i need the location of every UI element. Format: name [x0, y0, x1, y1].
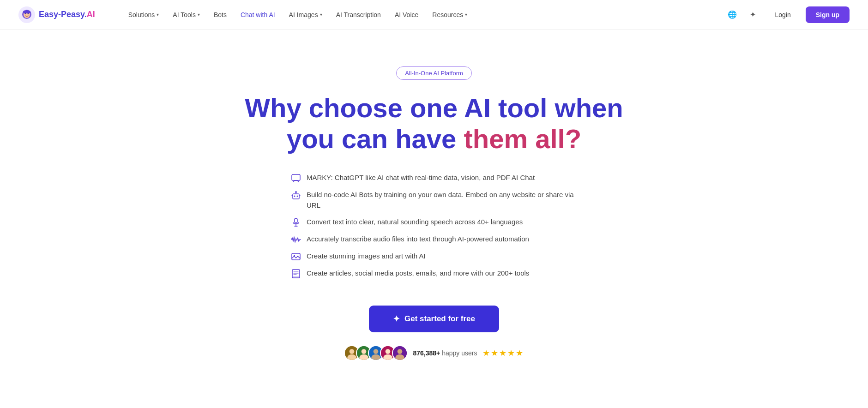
list-item: Create articles, social media posts, ema… — [291, 268, 577, 279]
chevron-down-icon: ▾ — [465, 12, 467, 17]
svg-point-31 — [395, 354, 404, 361]
nav-item-bots[interactable]: Bots — [208, 7, 232, 22]
svg-rect-16 — [293, 276, 299, 277]
login-button[interactable]: Login — [766, 7, 800, 22]
waveform-icon — [291, 234, 301, 245]
list-item: Build no-code AI Bots by training on you… — [291, 190, 577, 210]
svg-point-19 — [347, 354, 356, 361]
nav-item-ai-tools[interactable]: AI Tools ▾ — [167, 7, 205, 22]
svg-rect-13 — [292, 253, 300, 260]
signup-button[interactable]: Sign up — [806, 6, 850, 23]
svg-point-18 — [349, 349, 354, 354]
nav-item-ai-voice[interactable]: AI Voice — [389, 7, 424, 22]
list-item: Accurately transcribe audio files into t… — [291, 234, 577, 245]
svg-point-10 — [297, 196, 298, 197]
svg-point-11 — [295, 192, 297, 193]
chevron-down-icon: ▾ — [157, 12, 159, 17]
svg-point-24 — [373, 349, 378, 354]
nav-item-ai-transcription[interactable]: AI Transcription — [331, 7, 386, 22]
theme-toggle-button[interactable]: ✦ — [745, 7, 760, 22]
document-icon — [291, 269, 301, 279]
svg-point-21 — [361, 349, 366, 354]
logo-icon — [18, 6, 35, 23]
user-count-text: 876,388+ happy users — [413, 349, 477, 357]
get-started-button[interactable]: ✦ Get started for free — [369, 306, 499, 332]
bot-icon — [291, 190, 301, 200]
microphone-icon — [291, 217, 301, 228]
logo-text: Easy-Peasy.AI — [39, 10, 95, 19]
hero-title: Why choose one AI tool when you can have… — [245, 93, 623, 154]
list-item: Convert text into clear, natural soundin… — [291, 217, 577, 228]
navbar: Easy-Peasy.AI Solutions ▾ AI Tools ▾ Bot… — [0, 0, 868, 30]
svg-rect-7 — [292, 174, 300, 180]
nav-right: 🌐 ✦ Login Sign up — [725, 6, 850, 23]
svg-point-27 — [385, 349, 390, 354]
nav-item-chat-with-ai[interactable]: Chat with AI — [235, 7, 281, 22]
avatar — [392, 345, 408, 361]
svg-point-28 — [383, 354, 392, 361]
star-rating: ★★★★★ — [482, 348, 524, 358]
logo-link[interactable]: Easy-Peasy.AI — [18, 6, 95, 23]
svg-point-30 — [397, 349, 402, 354]
cta-label: Get started for free — [404, 314, 475, 324]
hero-section: All-In-One AI Platform Why choose one AI… — [0, 30, 868, 389]
avatar-stack — [344, 345, 408, 361]
image-icon — [291, 252, 301, 262]
chevron-down-icon: ▾ — [198, 12, 200, 17]
svg-point-9 — [294, 196, 295, 197]
nav-item-ai-images[interactable]: AI Images ▾ — [283, 7, 328, 22]
svg-point-6 — [26, 10, 28, 12]
social-proof: 876,388+ happy users ★★★★★ — [344, 345, 524, 361]
star-icon: ✦ — [393, 314, 400, 324]
svg-rect-12 — [295, 218, 297, 223]
nav-item-solutions[interactable]: Solutions ▾ — [123, 7, 165, 22]
chevron-down-icon: ▾ — [320, 12, 322, 17]
svg-point-25 — [371, 354, 380, 361]
list-item: Create stunning images and art with AI — [291, 251, 577, 262]
hero-badge: All-In-One AI Platform — [396, 66, 472, 80]
list-item: MARKY: ChatGPT like AI chat with real-ti… — [291, 173, 577, 183]
features-list: MARKY: ChatGPT like AI chat with real-ti… — [291, 173, 577, 285]
svg-rect-8 — [293, 194, 299, 199]
globe-icon-button[interactable]: 🌐 — [725, 7, 740, 22]
nav-item-resources[interactable]: Resources ▾ — [427, 7, 473, 22]
svg-point-22 — [359, 354, 368, 361]
nav-links: Solutions ▾ AI Tools ▾ Bots Chat with AI… — [123, 7, 725, 22]
chat-icon — [291, 173, 301, 183]
